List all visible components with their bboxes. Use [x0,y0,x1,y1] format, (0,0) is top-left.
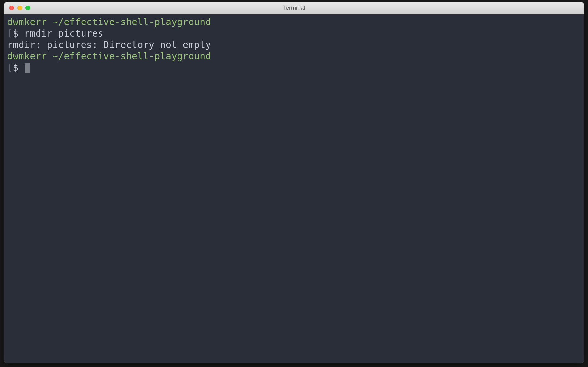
bracket-open: [ [7,62,13,73]
command-line: [$ [7,62,581,73]
title-bar: Terminal [4,2,584,14]
maximize-button[interactable] [25,6,30,10]
bracket-open: [ [7,28,13,39]
terminal-window: Terminal dwmkerr ~/effective-shell-playg… [4,2,584,363]
window-title: Terminal [283,5,305,11]
prompt-line: dwmkerr ~/effective-shell-playground [7,51,581,62]
terminal-body[interactable]: dwmkerr ~/effective-shell-playground [$ … [4,14,584,75]
output-text: rmdir: pictures: Directory not empty [7,39,211,50]
prompt-path: ~/effective-shell-playground [47,51,211,62]
prompt-symbol: $ [13,28,24,39]
traffic-lights [4,6,30,10]
cursor [25,63,30,73]
command-line: [$ rmdir pictures [7,28,581,39]
prompt-path: ~/effective-shell-playground [47,17,211,27]
prompt-symbol: $ [13,62,24,73]
output-line: rmdir: pictures: Directory not empty [7,39,581,51]
minimize-button[interactable] [17,6,22,10]
prompt-user: dwmkerr [7,17,47,27]
prompt-user: dwmkerr [7,51,47,62]
prompt-line: dwmkerr ~/effective-shell-playground [7,16,581,28]
command-text: rmdir pictures [24,28,103,39]
close-button[interactable] [9,6,14,10]
